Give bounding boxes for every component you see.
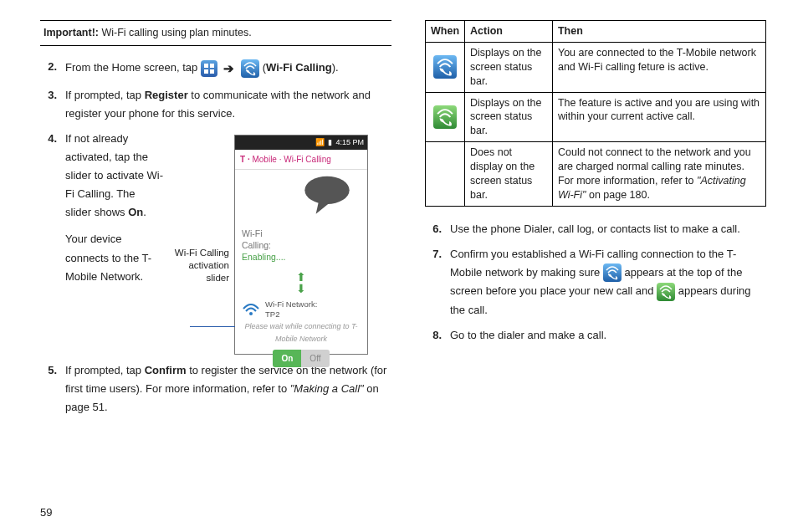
when-action-then-table: When Action Then Displays on the screen …	[425, 20, 766, 207]
wifi-calling-toggle: On Off	[242, 350, 361, 367]
step-3: 3. If prompted, tap Register to communic…	[40, 86, 391, 123]
row2-action: Displays on the screen status bar.	[465, 92, 553, 142]
step-number: 4.	[40, 130, 65, 355]
row3-then: Could not connect to the network and you…	[552, 142, 765, 207]
table-row: Displays on the screen status bar. The f…	[426, 92, 766, 142]
row3-action: Does not display on the screen status ba…	[465, 142, 553, 207]
wifi-calling-green-icon	[433, 105, 457, 129]
step-body: Go to the dialer and make a call.	[450, 326, 766, 345]
left-column: Important!: Wi-Fi calling using plan min…	[40, 20, 391, 524]
step-number: 5.	[40, 361, 65, 417]
svg-rect-3	[210, 69, 214, 74]
step-body: From the Home screen, tap ➔ (Wi-Fi Calli…	[65, 58, 391, 79]
phone-screen-title: T · Mobile · Wi-Fi Calling	[235, 150, 367, 170]
col-then: Then	[552, 21, 765, 43]
toggle-off: Off	[301, 350, 329, 367]
wifi-network-row: Wi-Fi Network:TP2	[242, 299, 361, 319]
step-number: 7.	[425, 245, 450, 320]
step-number: 2.	[40, 58, 65, 79]
steps-right: 6. Use the phone Dialer, call log, or co…	[425, 220, 766, 345]
register-label: Register	[145, 89, 188, 101]
step-body: If not already activated, tap the slider…	[65, 130, 391, 355]
signal-icon: 📶	[315, 136, 325, 149]
status-time: 4:15 PM	[335, 136, 364, 149]
annotation-line	[190, 326, 235, 327]
slider-annotation: Wi-Fi Calling activation slider	[169, 130, 229, 355]
row2-icon	[426, 92, 465, 142]
svg-rect-0	[204, 64, 208, 68]
svg-point-4	[304, 176, 349, 204]
step4-text: If not already activated, tap the slider…	[65, 130, 164, 355]
step-number: 8.	[425, 326, 450, 345]
battery-icon: ▮	[328, 136, 332, 149]
step-6: 6. Use the phone Dialer, call log, or co…	[425, 220, 766, 238]
row1-then: You are connected to the T-Mobile networ…	[552, 42, 765, 92]
wifi-calling-status: Wi-Fi Calling: Enabling....	[242, 228, 361, 263]
col-when: When	[426, 21, 465, 43]
connecting-text: Please wait while connecting to T-Mobile…	[242, 320, 361, 346]
arrow-icon: ➔	[220, 61, 238, 75]
step-2: 2. From the Home screen, tap ➔ (Wi-Fi Ca…	[40, 58, 391, 79]
step-body: If prompted, tap Register to communicate…	[65, 86, 391, 123]
step-body: Use the phone Dialer, call log, or conta…	[450, 220, 766, 238]
page-number: 59	[40, 504, 52, 522]
steps-left: 2. From the Home screen, tap ➔ (Wi-Fi Ca…	[40, 58, 391, 417]
toggle-on: On	[273, 350, 301, 367]
table-row: Does not display on the screen status ba…	[426, 142, 766, 207]
step-5: 5. If prompted, tap Confirm to register …	[40, 361, 391, 417]
step-4: 4. If not already activated, tap the sli…	[40, 130, 391, 355]
wifi-calling-blue-icon	[433, 55, 457, 79]
important-note: Important!: Wi-Fi calling using plan min…	[40, 20, 391, 46]
step-number: 6.	[425, 220, 450, 238]
col-action: Action	[465, 21, 553, 43]
important-text: Wi-Fi calling using plan minutes.	[101, 27, 251, 38]
speech-bubble-icon	[297, 175, 357, 217]
step-8: 8. Go to the dialer and make a call.	[425, 326, 766, 345]
step-body: If prompted, tap Confirm to register the…	[65, 361, 391, 417]
wifi-calling-blue-icon	[603, 263, 622, 282]
confirm-label: Confirm	[145, 364, 187, 376]
wifi-calling-blue-icon	[241, 59, 259, 78]
apps-grid-icon	[201, 60, 217, 77]
row1-icon	[426, 42, 465, 92]
wifi-calling-label: Wi-Fi Calling	[266, 61, 332, 74]
phone-screenshot: 📶 ▮ 4:15 PM T · Mobile · Wi-Fi Calling	[234, 135, 368, 355]
important-label: Important!:	[43, 27, 99, 38]
right-column: When Action Then Displays on the screen …	[425, 20, 766, 524]
row1-action: Displays on the screen status bar.	[465, 42, 553, 92]
phone-body: Wi-Fi Calling: Enabling.... ⬆⬇ Wi-Fi Net…	[235, 170, 367, 354]
wifi-icon	[242, 302, 260, 317]
step-number: 3.	[40, 86, 65, 123]
cross-ref: "Making a Call"	[290, 382, 364, 395]
row3-icon	[426, 142, 465, 207]
table-header-row: When Action Then	[426, 21, 766, 43]
svg-rect-1	[210, 64, 214, 68]
table-row: Displays on the screen status bar. You a…	[426, 42, 766, 92]
svg-point-5	[249, 312, 253, 315]
phone-status-bar: 📶 ▮ 4:15 PM	[235, 136, 367, 150]
step-body: Confirm you established a Wi-Fi calling …	[450, 245, 766, 320]
step-7: 7. Confirm you established a Wi-Fi calli…	[425, 245, 766, 320]
wifi-calling-green-icon	[657, 283, 675, 301]
sync-arrows-icon: ⬆⬇	[242, 271, 361, 294]
row2-then: The feature is active and you are using …	[552, 92, 765, 142]
svg-rect-2	[204, 69, 208, 74]
